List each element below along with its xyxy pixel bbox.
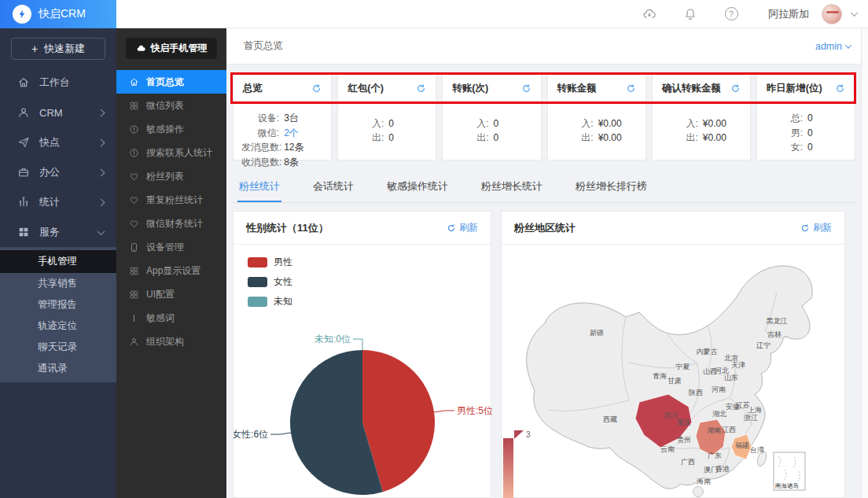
province-label-青海[interactable]: 青海 — [653, 372, 667, 380]
legend-item[interactable]: 女性 — [248, 272, 292, 292]
card-refresh-button[interactable] — [730, 83, 741, 94]
province-label-天津[interactable]: 天津 — [731, 361, 745, 369]
province-label-云南[interactable]: 云南 — [660, 445, 675, 453]
card-refresh-button[interactable] — [835, 83, 845, 94]
panel-item-fans-list[interactable]: 粉丝列表 — [116, 164, 226, 188]
province-label-山东[interactable]: 山东 — [724, 374, 738, 382]
province-label-重庆[interactable]: 重庆 — [677, 419, 691, 426]
sidebar-subitem-contacts[interactable]: 通讯录 — [0, 358, 116, 379]
chevron-down-icon[interactable] — [851, 9, 859, 17]
card-refresh-button[interactable] — [416, 83, 426, 94]
province-label-辽宁[interactable]: 辽宁 — [756, 341, 771, 349]
sidebar-subitem-chat-records[interactable]: 聊天记录 — [0, 337, 116, 358]
province-label-山西[interactable]: 山西 — [703, 367, 717, 375]
card-refresh-button[interactable] — [626, 83, 636, 94]
province-label-安徽[interactable]: 安徽 — [726, 403, 740, 411]
province-label-陕西[interactable]: 陕西 — [689, 389, 703, 397]
province-label-福建[interactable]: 福建 — [735, 441, 749, 449]
province-label-河南[interactable]: 河南 — [712, 385, 726, 393]
sidebar-subitem-shared-sales[interactable]: 共享销售 — [0, 273, 116, 294]
province-label-海南[interactable]: 海南 — [697, 478, 711, 485]
card-refresh-button[interactable] — [311, 83, 322, 94]
gender-refresh-button[interactable]: 刷新 — [447, 221, 478, 234]
chart-icon — [17, 196, 30, 208]
legend-item[interactable]: 男性 — [248, 253, 292, 272]
cloud-icon — [136, 43, 146, 53]
bell-icon[interactable] — [672, 0, 708, 28]
province-label-新疆[interactable]: 新疆 — [590, 329, 604, 337]
sidebar-item-services[interactable]: 服务 — [0, 217, 116, 247]
sidebar-submenu: 手机管理共享销售管理报告轨迹定位聊天记录通讯录 — [0, 247, 116, 382]
phone-mgmt-header-button[interactable]: 快启手机管理 — [126, 38, 217, 59]
sidebar-item-kuaidian[interactable]: 快点 — [0, 127, 116, 157]
tab-粉丝统计[interactable]: 粉丝统计 — [237, 175, 281, 202]
panel-item-app-display[interactable]: App显示设置 — [116, 259, 226, 282]
avatar[interactable] — [822, 4, 842, 24]
sidebar-menu: 工作台CRM快点办公统计服务手机管理共享销售管理报告轨迹定位聊天记录通讯录 — [0, 68, 116, 382]
tab-敏感操作统计[interactable]: 敏感操作统计 — [385, 175, 450, 202]
tab-label: 粉丝增长统计 — [481, 180, 542, 192]
panel-item-sensitive-ops[interactable]: 敏感操作 — [116, 117, 226, 141]
pie-data-label: 男性:5位 — [457, 405, 492, 416]
province-label-台湾[interactable]: 台湾 — [750, 446, 764, 454]
stat-cards-row: 总览设备:3台微信:2个发消息数:12条收消息数:8条红包(个)入:0出:0转账… — [233, 74, 855, 160]
panel-item-label: 组织架构 — [146, 335, 184, 349]
admin-dropdown[interactable]: admin — [815, 41, 851, 52]
refresh-icon — [416, 83, 426, 94]
sidebar-item-office[interactable]: 办公 — [0, 157, 116, 187]
stat-label: 收消息数: — [241, 155, 284, 170]
sidebar-item-crm[interactable]: CRM — [0, 98, 116, 127]
sidebar-item-stats[interactable]: 统计 — [0, 187, 116, 217]
panel-item-device-mgmt[interactable]: 设备管理 — [116, 235, 226, 259]
province-label-贵州[interactable]: 贵州 — [677, 436, 691, 444]
card-refresh-button[interactable] — [521, 83, 531, 94]
province-label-宁夏[interactable]: 宁夏 — [675, 363, 690, 371]
cloud-sync-icon[interactable] — [631, 0, 668, 28]
panel-item-ui-config[interactable]: UI配置 — [116, 282, 226, 306]
stat-value: ¥0.00 — [598, 131, 622, 146]
region-refresh-button[interactable]: 刷新 — [800, 221, 832, 234]
panel-item-label: 首页总览 — [146, 76, 184, 89]
province-label-湖北[interactable]: 湖北 — [712, 410, 726, 418]
province-label-江西[interactable]: 江西 — [722, 426, 736, 433]
chevron-down-icon — [845, 42, 851, 48]
stat-value: 0 — [388, 131, 394, 146]
panel-item-sensitive-words[interactable]: 敏感词 — [116, 306, 226, 330]
phone-icon — [129, 242, 139, 253]
province-label-广西[interactable]: 广西 — [681, 458, 695, 466]
panel-item-org-structure[interactable]: 组织架构 — [116, 330, 226, 353]
visualmap-bar — [503, 438, 513, 498]
sidebar-item-workbench[interactable]: 工作台 — [0, 68, 116, 98]
pie-label-line — [353, 339, 362, 350]
stat-row: 设备:3台 — [241, 111, 323, 126]
panel-item-label: 敏感词 — [146, 312, 175, 325]
panel-item-search-contacts[interactable]: 搜索联系人统计 — [116, 141, 226, 164]
panel-item-dup-fans[interactable]: 重复粉丝统计 — [116, 188, 226, 212]
panel-item-label: 重复粉丝统计 — [146, 194, 203, 207]
tab-粉丝增长排行榜[interactable]: 粉丝增长排行榜 — [574, 175, 649, 202]
province-label-浙江[interactable]: 浙江 — [743, 414, 758, 422]
panel-item-home-overview[interactable]: 首页总览 — [116, 70, 226, 94]
province-label-吉林[interactable]: 吉林 — [767, 330, 782, 338]
scrollbar[interactable] — [861, 28, 868, 498]
province-label-广东[interactable]: 广东 — [708, 452, 722, 459]
province-label-湖南[interactable]: 湖南 — [707, 426, 721, 434]
sidebar-subitem-track-locate[interactable]: 轨迹定位 — [0, 315, 116, 337]
province-label-黑龙江[interactable]: 黑龙江 — [767, 317, 788, 325]
province-label-甘肃[interactable]: 甘肃 — [668, 377, 682, 385]
province-label-内蒙古[interactable]: 内蒙古 — [697, 348, 718, 356]
stat-value: 0 — [807, 140, 813, 155]
help-icon[interactable]: ? — [713, 0, 749, 28]
sidebar-subitem-mgmt-report[interactable]: 管理报告 — [0, 294, 116, 315]
panel-item-wechat-finance[interactable]: 微信财务统计 — [116, 212, 226, 235]
content-area: 总览设备:3台微信:2个发消息数:12条收消息数:8条红包(个)入:0出:0转账… — [226, 65, 868, 498]
tab-会话统计[interactable]: 会话统计 — [311, 175, 355, 202]
sidebar-subitem-phone-mgmt[interactable]: 手机管理 — [0, 250, 116, 273]
province-label-上海[interactable]: 上海 — [748, 406, 762, 414]
quick-create-button[interactable]: + 快速新建 — [11, 38, 105, 60]
panel-item-wechat-list[interactable]: 微信列表 — [116, 94, 226, 117]
primary-sidebar: + 快速新建 工作台CRM快点办公统计服务手机管理共享销售管理报告轨迹定位聊天记… — [0, 28, 116, 498]
province-label-西藏[interactable]: 西藏 — [603, 415, 617, 423]
tab-粉丝增长统计[interactable]: 粉丝增长统计 — [480, 175, 544, 202]
province-label-澳门[interactable]: 澳门 — [704, 466, 718, 474]
